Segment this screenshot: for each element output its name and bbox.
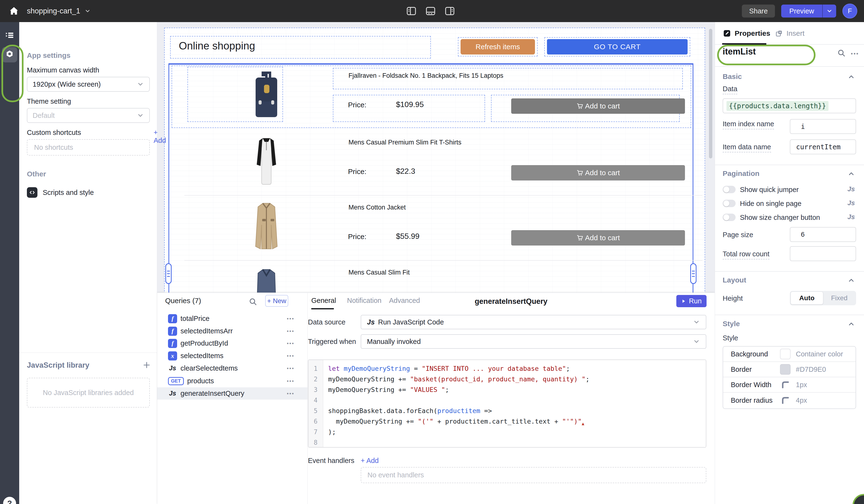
height-segmented-control[interactable]: Auto Fixed xyxy=(790,291,856,305)
tab-insert[interactable]: Insert xyxy=(775,22,804,45)
add-event-handler-link[interactable]: + Add xyxy=(361,457,379,465)
collapse-layout-icon[interactable] xyxy=(848,276,855,284)
search-icon[interactable] xyxy=(837,48,846,58)
toggle-right-panel-icon[interactable] xyxy=(444,5,456,17)
toggle-left-panel-icon[interactable] xyxy=(406,5,417,17)
app-settings-button[interactable] xyxy=(2,47,17,62)
show-size-changer-toggle[interactable] xyxy=(723,214,736,221)
query-name: clearSelectedtems xyxy=(180,364,238,372)
row-menu-icon[interactable]: ••• xyxy=(287,378,295,384)
active-tab-underline xyxy=(311,308,334,309)
scripts-and-style-item[interactable]: Scripts and style xyxy=(27,187,94,198)
product-row[interactable]: Mens Casual Slim Fit xyxy=(169,264,694,292)
code-editor[interactable]: 12345678 let myDemoQueryString = "INSERT… xyxy=(308,360,706,448)
row-menu-icon[interactable]: ••• xyxy=(287,353,295,359)
avatar[interactable]: F xyxy=(842,3,857,19)
product-row[interactable]: Fjallraven - Foldsack No. 1 Backpack, Fi… xyxy=(169,67,694,127)
run-button[interactable]: Run xyxy=(676,295,707,307)
tab-properties[interactable]: Properties xyxy=(723,22,770,45)
row-menu-icon[interactable]: ••• xyxy=(287,391,295,397)
component-tree-button[interactable] xyxy=(2,27,17,43)
query-name: selectedItemsArr xyxy=(180,327,233,335)
preview-button[interactable]: Preview xyxy=(781,4,822,17)
go-to-cart-button[interactable]: GO TO CART xyxy=(547,39,687,55)
chevron-down-icon xyxy=(137,112,144,119)
row-divider xyxy=(184,195,703,195)
query-row-generateInsertQuery[interactable]: Js generateInsertQuery ••• xyxy=(157,387,308,400)
page-size-input[interactable]: 6 xyxy=(790,227,856,242)
container-left-handle[interactable] xyxy=(165,263,171,284)
collapse-pagination-icon[interactable] xyxy=(848,170,855,178)
price-label: Price: xyxy=(348,168,367,176)
item-list-container[interactable]: Fjallraven - Foldsack No. 1 Backpack, Fi… xyxy=(168,63,693,292)
new-query-button[interactable]: + New xyxy=(265,295,288,307)
data-source-select[interactable]: Js Run JavaScript Code xyxy=(361,315,706,329)
style-row-background[interactable]: Background Container color xyxy=(723,347,856,362)
max-canvas-width-select[interactable]: 1920px (Wide screen) xyxy=(27,77,150,92)
properties-icon xyxy=(723,29,731,38)
collapse-style-icon[interactable] xyxy=(848,320,855,328)
height-fixed-option[interactable]: Fixed xyxy=(823,291,855,304)
hide-on-single-page-toggle[interactable] xyxy=(723,200,736,207)
js-badge[interactable]: Js xyxy=(848,213,855,221)
add-to-cart-button[interactable]: Add to cart xyxy=(511,165,685,180)
js-badge[interactable]: Js xyxy=(848,185,855,193)
product-row[interactable]: Mens Casual Premium Slim Fit T-Shirts Pr… xyxy=(169,133,694,193)
item-index-name-label: Item index name xyxy=(723,119,780,129)
add-to-cart-button[interactable]: Add to cart xyxy=(511,230,685,245)
preview-dropdown-button[interactable] xyxy=(822,4,836,17)
query-row-clearSelectedtems[interactable]: Js clearSelectedtems ••• xyxy=(157,362,308,374)
color-swatch[interactable] xyxy=(780,349,791,359)
row-menu-icon[interactable]: ••• xyxy=(287,328,295,334)
show-quick-jumper-toggle[interactable] xyxy=(723,186,736,193)
style-row-border-radius[interactable]: Border radius 4px xyxy=(723,393,856,408)
query-row-products[interactable]: GET products ••• xyxy=(157,375,308,387)
canvas-scrollbar[interactable] xyxy=(709,29,712,158)
question-icon: ? xyxy=(7,499,12,504)
toggle-bottom-panel-icon[interactable] xyxy=(425,5,436,17)
help-button[interactable]: ? xyxy=(3,497,16,504)
search-icon[interactable] xyxy=(248,297,258,307)
query-row-selectedItemsArr[interactable]: f selectedItemsArr ••• xyxy=(157,325,308,337)
data-source-value: Run JavaScript Code xyxy=(378,318,444,326)
component-menu-icon[interactable]: ••• xyxy=(851,50,859,57)
style-row-value: Container color xyxy=(796,350,843,358)
color-swatch[interactable] xyxy=(780,364,791,375)
theme-setting-select[interactable]: Default xyxy=(27,108,150,123)
add-to-cart-button[interactable]: Add to cart xyxy=(511,98,685,114)
height-auto-option[interactable]: Auto xyxy=(791,291,823,304)
divider xyxy=(715,165,864,165)
product-row[interactable]: Mens Cotton Jacket Price: $55.99 Add to … xyxy=(169,199,694,259)
query-name: selectedItems xyxy=(180,352,224,360)
data-source-label: Data source xyxy=(308,318,345,326)
app-name-menu[interactable]: shopping-cart_1 xyxy=(27,0,91,22)
style-row-border-width[interactable]: Border Width 1px xyxy=(723,377,856,393)
query-row-totalPrice[interactable]: f totalPrice ••• xyxy=(157,312,308,325)
triggered-when-select[interactable]: Manually invoked xyxy=(361,334,706,349)
row-menu-icon[interactable]: ••• xyxy=(287,365,295,372)
row-menu-icon[interactable]: ••• xyxy=(287,340,295,347)
collapse-basic-icon[interactable] xyxy=(848,73,855,81)
home-button[interactable] xyxy=(7,4,21,18)
js-badge[interactable]: Js xyxy=(848,199,855,207)
item-data-name-input[interactable]: currentItem xyxy=(790,140,856,154)
add-shortcut-link[interactable]: + Add xyxy=(154,129,166,144)
add-to-cart-label: Add to cart xyxy=(585,234,620,242)
container-right-handle[interactable] xyxy=(690,263,696,284)
row-menu-icon[interactable]: ••• xyxy=(287,315,295,322)
data-input[interactable]: {{products.data.length}} xyxy=(723,98,856,113)
query-row-selectedItems[interactable]: x selectedItems ••• xyxy=(157,350,308,362)
refresh-items-button[interactable]: Refresh items xyxy=(460,39,535,55)
style-section-title: Style xyxy=(723,320,740,328)
share-button[interactable]: Share xyxy=(742,4,775,17)
item-index-name-input[interactable]: i xyxy=(790,119,856,134)
right-panel: Properties Insert itemList ••• Basic Dat… xyxy=(715,22,864,504)
add-js-library-icon[interactable] xyxy=(142,360,151,370)
query-row-getProductById[interactable]: f getProductById ••• xyxy=(157,337,308,349)
total-row-count-input[interactable] xyxy=(790,246,856,261)
bottom-panel: Queries (7) + New f totalPrice ••• f sel… xyxy=(157,292,715,504)
add-to-cart-label: Add to cart xyxy=(585,169,620,177)
function-icon: f xyxy=(168,314,177,323)
style-row-border[interactable]: Border #D7D9E0 xyxy=(723,362,856,377)
no-event-handlers-text: No event handlers xyxy=(368,471,424,479)
